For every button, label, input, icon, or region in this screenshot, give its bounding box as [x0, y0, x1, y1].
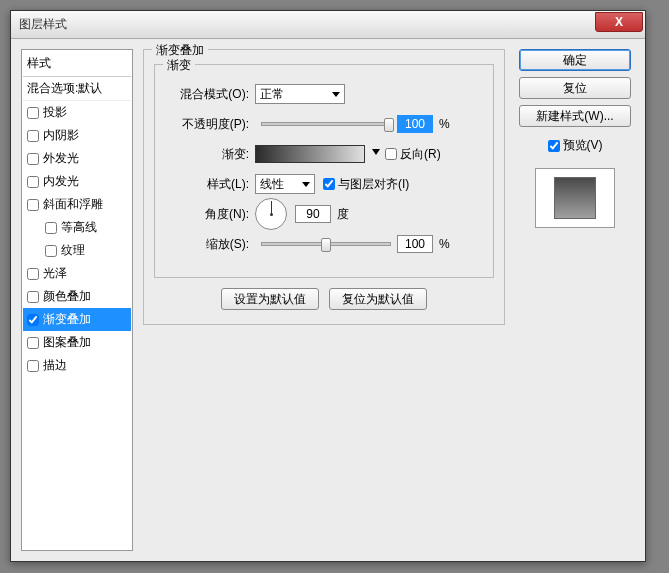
styles-heading[interactable]: 样式 — [23, 51, 131, 77]
window-title: 图层样式 — [19, 16, 67, 33]
opacity-unit: % — [439, 117, 450, 131]
gradient-label: 渐变: — [167, 146, 255, 163]
opacity-slider[interactable] — [261, 122, 391, 126]
preview-swatch — [554, 177, 596, 219]
style-select[interactable]: 线性 — [255, 174, 315, 194]
sidebar-item-label: 光泽 — [43, 265, 67, 282]
close-button[interactable]: X — [595, 12, 643, 32]
sidebar-item-checkbox[interactable] — [27, 130, 39, 142]
angle-label: 角度(N): — [167, 206, 255, 223]
sidebar-item-checkbox[interactable] — [27, 360, 39, 372]
chevron-down-icon — [332, 92, 340, 97]
sidebar-item[interactable]: 图案叠加 — [23, 331, 131, 354]
slider-thumb[interactable] — [384, 118, 394, 132]
sidebar-item-label: 斜面和浮雕 — [43, 196, 103, 213]
opacity-input[interactable] — [397, 115, 433, 133]
sidebar-item[interactable]: 斜面和浮雕 — [23, 193, 131, 216]
sidebar-item-label: 内阴影 — [43, 127, 79, 144]
sidebar-item-label: 颜色叠加 — [43, 288, 91, 305]
sidebar-item-checkbox[interactable] — [27, 153, 39, 165]
sidebar-item-checkbox[interactable] — [27, 199, 39, 211]
gradient-swatch[interactable] — [255, 145, 365, 163]
sidebar-item-label: 投影 — [43, 104, 67, 121]
chevron-down-icon — [302, 182, 310, 187]
angle-unit: 度 — [337, 206, 349, 223]
sidebar-item-label: 渐变叠加 — [43, 311, 91, 328]
close-icon: X — [615, 16, 623, 28]
sidebar-item-label: 等高线 — [61, 219, 97, 236]
sidebar-item-label: 纹理 — [61, 242, 85, 259]
reset-default-button[interactable]: 复位为默认值 — [329, 288, 427, 310]
angle-input[interactable] — [295, 205, 331, 223]
scale-input[interactable] — [397, 235, 433, 253]
style-label: 样式(L): — [167, 176, 255, 193]
sidebar-item[interactable]: 投影 — [23, 101, 131, 124]
sidebar-item-checkbox[interactable] — [45, 222, 57, 234]
sidebar-item[interactable]: 内发光 — [23, 170, 131, 193]
chevron-down-icon — [372, 149, 380, 155]
sidebar-item[interactable]: 渐变叠加 — [23, 308, 131, 331]
dialog-window: 图层样式 X 样式 混合选项:默认 投影内阴影外发光内发光斜面和浮雕等高线纹理光… — [10, 10, 646, 562]
sidebar-item[interactable]: 光泽 — [23, 262, 131, 285]
sidebar-item-checkbox[interactable] — [45, 245, 57, 257]
scale-label: 缩放(S): — [167, 236, 255, 253]
slider-thumb[interactable] — [321, 238, 331, 252]
gradient-group: 渐变 混合模式(O): 正常 不透明度(P): — [154, 64, 494, 278]
sidebar-item[interactable]: 颜色叠加 — [23, 285, 131, 308]
sidebar-item-label: 外发光 — [43, 150, 79, 167]
reverse-checkbox[interactable]: 反向(R) — [385, 146, 441, 163]
preview-checkbox[interactable]: 预览(V) — [548, 137, 603, 154]
sidebar-item-checkbox[interactable] — [27, 337, 39, 349]
blend-mode-select[interactable]: 正常 — [255, 84, 345, 104]
styles-list: 样式 混合选项:默认 投影内阴影外发光内发光斜面和浮雕等高线纹理光泽颜色叠加渐变… — [21, 49, 133, 551]
sidebar-item-label: 内发光 — [43, 173, 79, 190]
sidebar-item-checkbox[interactable] — [27, 291, 39, 303]
sidebar-item[interactable]: 描边 — [23, 354, 131, 377]
preview-box — [535, 168, 615, 228]
sidebar-item-label: 描边 — [43, 357, 67, 374]
scale-slider[interactable] — [261, 242, 391, 246]
gradient-legend: 渐变 — [163, 57, 195, 74]
sidebar-item-checkbox[interactable] — [27, 268, 39, 280]
blending-options-default[interactable]: 混合选项:默认 — [23, 77, 131, 101]
sidebar-item-checkbox[interactable] — [27, 107, 39, 119]
angle-dial[interactable] — [255, 198, 287, 230]
scale-unit: % — [439, 237, 450, 251]
sidebar-item[interactable]: 纹理 — [23, 239, 131, 262]
align-checkbox[interactable]: 与图层对齐(I) — [323, 176, 409, 193]
sidebar-item-checkbox[interactable] — [27, 176, 39, 188]
blend-mode-label: 混合模式(O): — [167, 86, 255, 103]
make-default-button[interactable]: 设置为默认值 — [221, 288, 319, 310]
dialog-body: 样式 混合选项:默认 投影内阴影外发光内发光斜面和浮雕等高线纹理光泽颜色叠加渐变… — [21, 49, 635, 551]
center-panel: 渐变叠加 渐变 混合模式(O): 正常 不透明度(P): — [133, 49, 515, 551]
opacity-label: 不透明度(P): — [167, 116, 255, 133]
sidebar-item[interactable]: 内阴影 — [23, 124, 131, 147]
ok-button[interactable]: 确定 — [519, 49, 631, 71]
sidebar-item[interactable]: 等高线 — [23, 216, 131, 239]
preview-area — [535, 168, 615, 228]
new-style-button[interactable]: 新建样式(W)... — [519, 105, 631, 127]
sidebar-item-label: 图案叠加 — [43, 334, 91, 351]
sidebar-item-checkbox[interactable] — [27, 314, 39, 326]
sidebar-item[interactable]: 外发光 — [23, 147, 131, 170]
gradient-overlay-group: 渐变叠加 渐变 混合模式(O): 正常 不透明度(P): — [143, 49, 505, 325]
right-buttons: 确定 复位 新建样式(W)... 预览(V) — [515, 49, 635, 551]
cancel-button[interactable]: 复位 — [519, 77, 631, 99]
titlebar: 图层样式 — [11, 11, 645, 39]
